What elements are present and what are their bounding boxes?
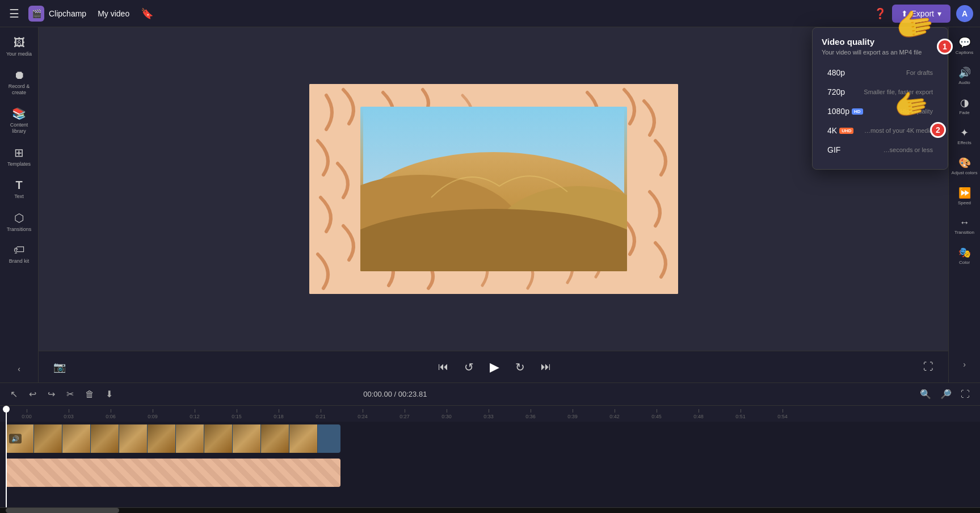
effects-label: Effects bbox=[957, 140, 971, 145]
current-time: 00:00.00 bbox=[363, 390, 392, 398]
frame-6 bbox=[148, 424, 176, 453]
right-sidebar-item-effects[interactable]: ✦ Effects bbox=[950, 122, 979, 150]
quality-option-1080p[interactable]: 1080p HD High quality bbox=[822, 102, 939, 120]
sidebar-label-templates: Templates bbox=[7, 161, 31, 167]
hamburger-icon: ☰ bbox=[9, 7, 19, 20]
effects-icon: ✦ bbox=[960, 127, 969, 139]
screenshot-icon: 📷 bbox=[53, 361, 66, 373]
color-label: Color bbox=[959, 260, 970, 265]
logo-icon: 🎬 bbox=[28, 6, 44, 22]
redo-icon: ↪ bbox=[48, 389, 55, 399]
right-sidebar-item-transition[interactable]: ↔ Transition bbox=[950, 212, 979, 239]
ruler-marks: 0:00 0:03 0:06 0:09 0:12 0:15 0:18 0:21 … bbox=[0, 409, 804, 419]
rewind-icon: ↺ bbox=[464, 361, 474, 373]
topbar: ☰ 🎬 Clipchamp My video 🔖 ❓ ⬆ Export ▾ A bbox=[0, 0, 980, 27]
timeline-scrollbar[interactable] bbox=[0, 507, 980, 513]
undo-button[interactable]: ↩ bbox=[26, 386, 40, 402]
hamburger-button[interactable]: ☰ bbox=[7, 5, 22, 23]
help-icon[interactable]: ❓ bbox=[874, 7, 886, 20]
zoom-out-button[interactable]: 🔍 bbox=[916, 386, 935, 402]
avatar[interactable]: A bbox=[956, 5, 973, 22]
hd-badge: HD bbox=[852, 108, 863, 115]
save-icon[interactable]: 🔖 bbox=[141, 7, 153, 20]
adjust-colors-icon: 🎨 bbox=[958, 157, 971, 169]
frame-11 bbox=[289, 424, 318, 453]
right-sidebar-item-audio[interactable]: 🔊 Audio bbox=[950, 62, 979, 90]
skip-back-icon: ⏮ bbox=[438, 361, 448, 372]
quality-desc-4k: …most of your 4K media bbox=[864, 127, 933, 134]
right-sidebar-item-adjust-colors[interactable]: 🎨 Adjust colors bbox=[950, 152, 979, 180]
overlay-pattern bbox=[6, 459, 340, 487]
sidebar-label-content-library: Content library bbox=[5, 122, 34, 134]
timeline-toolbar: ↖ ↩ ↪ ✂ 🗑 ⬇ 00:00.00 / 00:23.81 🔍 🔎 bbox=[0, 383, 980, 406]
redo-button[interactable]: ↪ bbox=[44, 386, 58, 402]
timeline-scrollbar-thumb[interactable] bbox=[6, 508, 119, 513]
frame-10 bbox=[261, 424, 289, 453]
frame-4 bbox=[91, 424, 119, 453]
quality-option-480p[interactable]: 480p For drafts bbox=[822, 64, 939, 82]
fullscreen-button[interactable]: ⛶ bbox=[920, 358, 937, 376]
play-button[interactable]: ▶ bbox=[486, 356, 503, 378]
sidebar-collapse-button[interactable]: ‹ bbox=[13, 360, 25, 378]
sidebar-item-your-media[interactable]: 🖼 Your media bbox=[2, 32, 36, 62]
right-sidebar-item-fade[interactable]: ◑ Fade bbox=[950, 92, 979, 120]
timeline-tracks[interactable]: 0:00 0:03 0:06 0:09 0:12 0:15 0:18 0:21 … bbox=[0, 406, 980, 507]
playhead[interactable] bbox=[6, 406, 7, 507]
captions-icon: 💬 bbox=[958, 36, 971, 49]
ruler-mark-14: 0:42 bbox=[594, 409, 636, 419]
rewind-button[interactable]: ↺ bbox=[461, 357, 477, 377]
ruler-mark-4: 0:12 bbox=[174, 409, 216, 419]
cut-button[interactable]: ✂ bbox=[63, 386, 77, 402]
audio-badge: 🔊 bbox=[9, 434, 22, 444]
save-frame-button[interactable]: ⬇ bbox=[102, 386, 116, 402]
ruler-mark-7: 0:21 bbox=[300, 409, 342, 419]
fade-icon: ◑ bbox=[960, 96, 969, 109]
quality-label-480p: 480p bbox=[827, 68, 845, 77]
undo-icon: ↩ bbox=[29, 389, 36, 399]
overlay-clip[interactable] bbox=[6, 459, 340, 487]
ruler-mark-3: 0:09 bbox=[132, 409, 174, 419]
frame-2 bbox=[34, 424, 62, 453]
sidebar-item-brand-kit[interactable]: 🏷 Brand kit bbox=[2, 239, 36, 269]
video-track-row: 🔊 bbox=[0, 422, 980, 456]
export-dropdown: Video quality Your video will export as … bbox=[812, 27, 948, 170]
fade-label: Fade bbox=[959, 110, 969, 115]
right-sidebar-item-speed[interactable]: ⏩ Speed bbox=[950, 182, 979, 210]
ruler-mark-6: 0:18 bbox=[258, 409, 300, 419]
zoom-in-button[interactable]: 🔎 bbox=[937, 386, 955, 402]
quality-option-720p[interactable]: 720p Smaller file, faster export bbox=[822, 83, 939, 101]
quality-label-1080p: 1080p HD bbox=[827, 107, 863, 116]
delete-button[interactable]: 🗑 bbox=[82, 387, 98, 402]
screenshot-button[interactable]: 📷 bbox=[50, 358, 69, 377]
sidebar-label-text: Text bbox=[14, 194, 24, 200]
export-icon: ⬆ bbox=[901, 9, 908, 18]
collapse-icon: › bbox=[963, 360, 966, 369]
sidebar-item-record-create[interactable]: ⏺ Record & create bbox=[2, 64, 36, 100]
transition-icon: ↔ bbox=[960, 217, 970, 229]
sidebar-item-templates[interactable]: ⊞ Templates bbox=[2, 141, 36, 172]
quality-desc-720p: Smaller file, faster export bbox=[864, 89, 933, 95]
sidebar-item-transitions[interactable]: ⬡ Transitions bbox=[2, 207, 36, 237]
right-sidebar-item-captions[interactable]: 💬 Captions bbox=[950, 32, 979, 60]
uhd-badge: UHD bbox=[839, 128, 853, 134]
your-media-icon: 🖼 bbox=[14, 36, 25, 49]
fast-forward-button[interactable]: ↻ bbox=[512, 357, 528, 377]
right-sidebar-item-color[interactable]: 🎭 Color bbox=[950, 242, 979, 270]
quality-option-gif[interactable]: GIF …seconds or less bbox=[822, 141, 939, 159]
skip-back-button[interactable]: ⏮ bbox=[435, 358, 452, 376]
frame-3 bbox=[62, 424, 91, 453]
sidebar-item-content-library[interactable]: 📚 Content library bbox=[2, 102, 36, 139]
record-create-icon: ⏺ bbox=[14, 69, 25, 82]
quality-option-4k[interactable]: 4K UHD …most of your 4K media bbox=[822, 121, 939, 140]
quality-label-720p: 720p bbox=[827, 87, 845, 96]
sidebar-item-text[interactable]: T Text bbox=[2, 174, 36, 204]
sidebar-label-record-create: Record & create bbox=[5, 83, 34, 96]
skip-forward-button[interactable]: ⏭ bbox=[537, 358, 554, 376]
select-tool-button[interactable]: ↖ bbox=[7, 386, 21, 402]
right-sidebar-collapse-button[interactable]: › bbox=[950, 355, 979, 373]
controls-bar: 📷 ⏮ ↺ ▶ ↻ ⏭ bbox=[39, 351, 948, 382]
export-button[interactable]: ⬆ Export ▾ bbox=[892, 5, 950, 23]
video-clip[interactable]: 🔊 bbox=[6, 424, 340, 453]
video-title-button[interactable]: My video bbox=[93, 7, 134, 20]
fit-timeline-button[interactable]: ⛶ bbox=[957, 386, 973, 402]
